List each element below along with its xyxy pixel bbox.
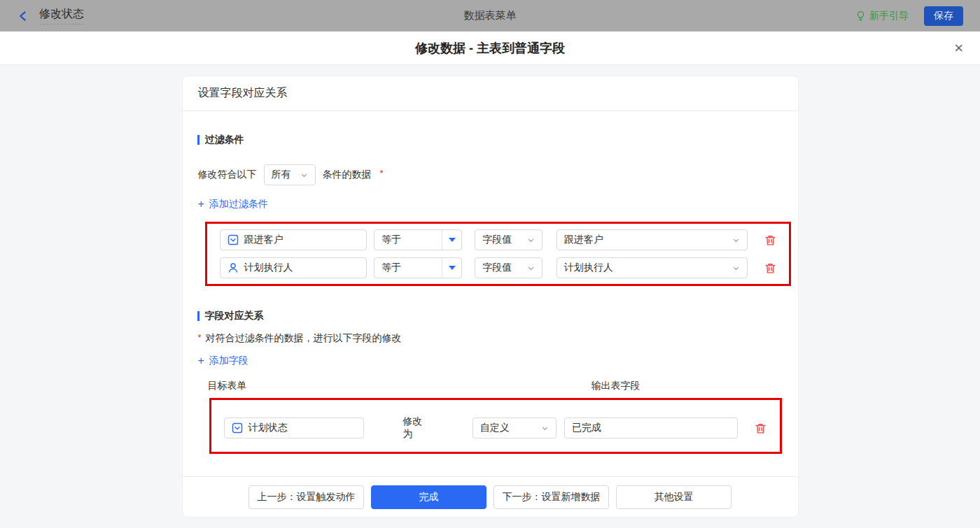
modal-body: 设置字段对应关系 过滤条件 修改符合以下 所有 条件的数据 * +: [0, 65, 980, 528]
select-field-icon: [227, 234, 239, 245]
chevron-down-icon: [541, 424, 549, 432]
mapping-column-headers: 目标表单 输出表字段: [208, 380, 798, 392]
card-header-title: 设置字段对应关系: [183, 76, 798, 111]
caret-down-icon[interactable]: [442, 258, 461, 278]
trash-icon: [755, 422, 766, 434]
settings-card: 设置字段对应关系 过滤条件 修改符合以下 所有 条件的数据 * +: [182, 76, 799, 518]
card-footer: 上一步：设置触发动作 完成 下一步：设置新增数据 其他设置: [183, 476, 798, 517]
filter-section-label: 过滤条件: [205, 134, 244, 146]
filter-section-title: 过滤条件: [198, 134, 798, 146]
plus-icon: +: [198, 355, 204, 367]
workflow-title[interactable]: 修改状态: [39, 7, 84, 24]
filter-row: 计划执行人 等于 字段值 计划执行人: [220, 257, 776, 278]
match-mode-select[interactable]: 所有: [264, 164, 316, 185]
value-type-select[interactable]: 字段值: [475, 257, 542, 278]
match-suffix-label: 条件的数据: [323, 169, 372, 181]
required-asterisk: *: [380, 168, 384, 178]
mapping-rows-highlight-box: 计划状态 修改为 自定义: [209, 398, 782, 454]
section-bar: [197, 311, 200, 321]
target-field-select[interactable]: 计划状态: [224, 418, 365, 438]
lightbulb-icon: [855, 10, 866, 21]
chevron-down-icon: [732, 236, 740, 244]
chevron-down-icon: [527, 264, 535, 272]
chevron-left-icon: [17, 10, 29, 22]
done-button[interactable]: 完成: [371, 485, 486, 509]
match-prefix-label: 修改符合以下: [198, 169, 257, 181]
chevron-down-icon: [527, 236, 535, 244]
delete-row-button[interactable]: [764, 234, 776, 246]
required-asterisk: *: [198, 332, 202, 343]
mapping-row: 计划状态 修改为 自定义: [224, 415, 767, 441]
other-settings-button[interactable]: 其他设置: [616, 485, 732, 509]
operator-select[interactable]: 等于: [374, 257, 462, 278]
mapping-section-label: 字段对应关系: [205, 310, 264, 322]
chevron-down-icon: [732, 264, 740, 272]
operator-select[interactable]: 等于: [374, 229, 462, 250]
modal-header: 修改数据 - 主表到普通字段 ×: [0, 31, 980, 65]
filter-field-select[interactable]: 跟进客户: [220, 229, 368, 250]
trash-icon: [764, 262, 776, 274]
prev-step-button[interactable]: 上一步：设置触发动作: [248, 485, 364, 509]
delete-row-button[interactable]: [764, 262, 776, 274]
app-title: 数据表菜单: [0, 9, 980, 22]
filter-row: 跟进客户 等于 字段值 跟进客户: [220, 229, 776, 250]
delete-row-button[interactable]: [755, 422, 766, 434]
close-icon[interactable]: ×: [954, 41, 963, 56]
target-form-column-header: 目标表单: [208, 380, 592, 392]
value-select[interactable]: 跟进客户: [556, 229, 748, 250]
custom-value-input[interactable]: [564, 418, 738, 438]
add-filter-condition-link[interactable]: + 添加过滤条件: [198, 198, 268, 211]
value-type-select[interactable]: 字段值: [475, 229, 542, 250]
trash-icon: [764, 234, 776, 246]
save-button[interactable]: 保存: [924, 6, 963, 26]
topbar: 修改状态 数据表菜单 新手引导 保存: [0, 0, 980, 31]
beginner-guide-link[interactable]: 新手引导: [855, 10, 909, 22]
modify-to-label: 修改为: [402, 415, 430, 441]
select-field-icon: [232, 422, 243, 434]
add-field-link[interactable]: + 添加字段: [198, 355, 248, 367]
filter-rows-highlight-box: 跟进客户 等于 字段值 跟进客户: [205, 222, 791, 286]
mapping-section-title: 字段对应关系: [198, 310, 798, 322]
caret-down-icon[interactable]: [442, 230, 461, 250]
output-field-column-header: 输出表字段: [592, 380, 640, 392]
modal-title: 修改数据 - 主表到普通字段: [415, 40, 565, 57]
match-condition-row: 修改符合以下 所有 条件的数据 *: [198, 164, 798, 185]
filter-field-select[interactable]: 计划执行人: [220, 257, 368, 278]
next-step-button[interactable]: 下一步：设置新增数据: [493, 485, 609, 509]
value-select[interactable]: 计划执行人: [556, 257, 748, 278]
section-bar: [197, 135, 200, 145]
back-button[interactable]: [17, 10, 29, 22]
beginner-guide-label: 新手引导: [869, 10, 909, 22]
mapping-description: * 对符合过滤条件的数据，进行以下字段的修改: [198, 332, 798, 345]
modify-mode-select[interactable]: 自定义: [472, 418, 556, 438]
user-field-icon: [227, 262, 239, 273]
plus-icon: +: [198, 198, 204, 211]
chevron-down-icon: [300, 171, 308, 179]
